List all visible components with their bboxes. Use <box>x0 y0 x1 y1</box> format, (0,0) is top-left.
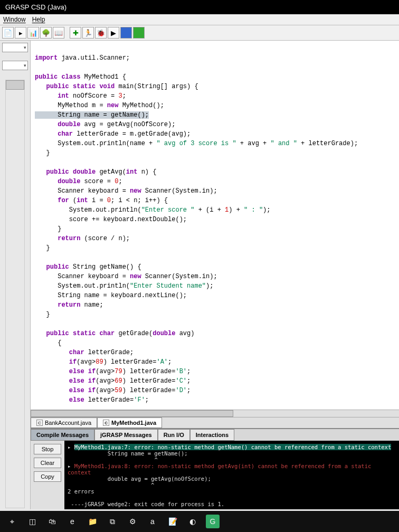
menu-help[interactable]: Help <box>32 16 45 23</box>
console-tab-bar: Compile Messages jGRASP Messages Run I/O… <box>31 429 399 441</box>
java-file-icon: C <box>103 420 109 426</box>
file-tab-mymethod1[interactable]: CMyMethod1.java <box>97 417 162 428</box>
clear-button[interactable]: Clear <box>34 458 61 468</box>
notes-icon[interactable]: 📝 <box>166 515 179 528</box>
jgrasp-icon[interactable]: G <box>206 515 220 528</box>
editor-hscroll[interactable] <box>31 410 399 417</box>
dropbox-icon[interactable]: ⧉ <box>106 515 119 528</box>
stop-button[interactable]: Stop <box>34 444 61 454</box>
title-bar: GRASP CSD (Java) <box>0 0 399 14</box>
file-tab-bar: CBankAccount.java CMyMethod1.java <box>31 417 399 428</box>
edge-icon[interactable]: e <box>65 515 79 528</box>
menu-bar: Window Help <box>0 14 399 25</box>
arrow-icon[interactable]: ▸ <box>15 27 26 39</box>
tab-interactions[interactable]: Interactions <box>190 429 234 441</box>
stop-blue-icon[interactable] <box>120 27 132 39</box>
gutter-dropdown-1[interactable]: ▾ <box>2 43 28 52</box>
tab-jgrasp-messages[interactable]: jGRASP Messages <box>94 429 158 441</box>
amazon-icon[interactable]: a <box>146 515 159 528</box>
chrome-icon[interactable]: ◐ <box>186 515 200 528</box>
console-output[interactable]: ▸ MyMethod1.java:7: error: non-static me… <box>64 441 399 509</box>
java-file-icon: C <box>36 420 43 426</box>
app-title: GRASP CSD (Java) <box>5 3 66 11</box>
copy-button[interactable]: Copy <box>34 471 61 482</box>
menu-window[interactable]: Window <box>3 16 26 23</box>
code-editor[interactable]: import java.util.Scanner; public class M… <box>31 41 399 410</box>
book-icon[interactable]: 📖 <box>53 27 64 39</box>
exit-code-line: ----jGRASP wedge2: exit code for process… <box>68 501 224 507</box>
tab-run-io[interactable]: Run I/O <box>158 429 190 441</box>
toolbar: 📄 ▸ 📊 🌳 📖 ✚ 🏃 🐞 ▶ <box>0 25 399 41</box>
stop-green-icon[interactable] <box>133 27 145 39</box>
file-tab-bankaccount[interactable]: CBankAccount.java <box>31 417 97 428</box>
debug-icon[interactable]: 🐞 <box>95 27 107 39</box>
error-count: 2 errors <box>68 488 94 495</box>
tab-compile-messages[interactable]: Compile Messages <box>31 429 94 441</box>
compile-icon[interactable]: ✚ <box>70 27 81 39</box>
left-gutter: ▾ ▾ <box>0 41 31 509</box>
play-icon[interactable]: ▶ <box>108 27 119 39</box>
explorer-icon[interactable]: 📁 <box>86 515 99 528</box>
store-icon[interactable]: 🛍 <box>45 515 59 528</box>
cursor-icon[interactable]: ⌖ <box>5 515 19 528</box>
chart-icon[interactable]: 📊 <box>27 27 39 39</box>
run-icon[interactable]: 🏃 <box>82 27 94 39</box>
gutter-dropdown-2[interactable]: ▾ <box>2 61 28 70</box>
console-panel: Compile Messages jGRASP Messages Run I/O… <box>31 428 399 509</box>
doc-icon[interactable]: 📄 <box>2 27 14 39</box>
console-buttons: Stop Clear Copy <box>31 441 64 509</box>
error-line-2: MyMethod1.java:8: error: non-static meth… <box>68 463 375 476</box>
task-view-icon[interactable]: ◫ <box>25 515 39 528</box>
tree-icon[interactable]: 🌳 <box>40 27 52 39</box>
error-line-1: MyMethod1.java:7: error: non-static meth… <box>74 444 392 450</box>
settings-icon[interactable]: ⚙ <box>126 515 139 528</box>
gutter-scrollbar[interactable] <box>5 80 25 508</box>
windows-taskbar: ⌖ ◫ 🛍 e 📁 ⧉ ⚙ a 📝 ◐ G <box>0 511 399 532</box>
